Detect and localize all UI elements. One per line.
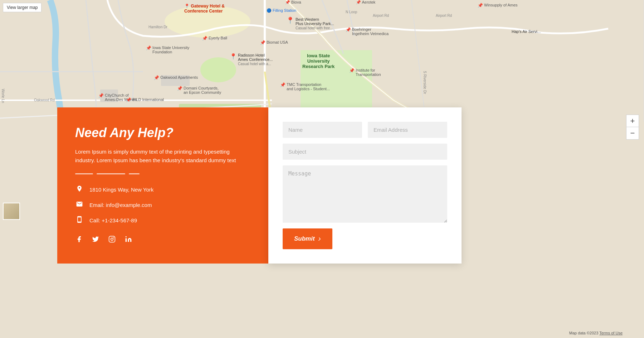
attribution-text: Map data ©2023 [569,331,599,335]
map-attribution: Map data ©2023 Terms of Use [569,331,623,335]
twitter-icon[interactable] [92,236,99,245]
email-icon [75,201,84,209]
svg-rect-16 [109,236,115,242]
domani-pin: 📌 [177,86,182,91]
biova-label: Biova [291,0,301,4]
info-panel-title: Need Any Help? [75,125,250,140]
phone-text: Call: +1-234-567-89 [89,217,137,223]
form-row-name-email [283,122,447,138]
info-panel: Need Any Help? Lorem Ipsum is simply dum… [57,107,268,264]
boehringer-label: BoehringerIngelheim Vetmedica [352,27,389,36]
address-item: 1810 Kings Way, New York [75,185,250,194]
email-text: Email: info@example.com [89,202,152,208]
email-input[interactable] [368,122,447,138]
boehringer-pin: 📌 [346,27,351,32]
submit-label: Submit [294,235,315,242]
city-church-pin: 📌 [98,93,104,98]
aerotek-label: Aerotek [362,0,375,4]
linkedin-icon[interactable] [125,236,132,245]
worle-ln-label: Worle Ln [1,89,5,103]
larger-map-link[interactable]: View larger map [3,3,42,12]
filling-station-pin: 🔵 [267,8,272,13]
bild-pin: 📌 [126,97,131,102]
s-riverside-label: S Riverside Dr [423,71,427,94]
biova-pin: 📌 [285,0,290,4]
iowa-state-foundation-pin: 📌 [146,45,151,50]
aerotek-pin: 📌 [356,0,361,4]
zoom-in-button[interactable]: + [626,115,639,127]
eyerly-ball-pin: 📌 [202,36,208,41]
divider-2 [97,173,125,174]
oakwood-apts-pin: 📌 [154,75,159,80]
form-panel: Submit › [268,107,462,264]
svg-point-18 [113,237,114,238]
name-input[interactable] [283,122,362,138]
info-panel-description: Lorem Ipsum is simply dummy text of the … [75,148,250,165]
terms-of-use-link[interactable]: Terms of Use [599,331,623,335]
facebook-icon[interactable] [75,236,83,245]
divider-lines [75,173,250,174]
zoom-out-button[interactable]: − [626,127,639,139]
gateway-hotel-pin: 📍 [184,4,190,9]
biomat-pin: 📌 [260,40,265,45]
radisson-label: Radisson HotelAmes Conference...Casual h… [238,53,273,66]
best-western-label: Best WesternPlus University Park...Casua… [296,17,334,30]
airport-rd-label-2: Airport Rd [436,14,452,18]
n-loop-label: N Loop [346,10,357,14]
iowa-state-park-label: Iowa StateUniversityResearch Park [302,53,335,69]
divider-3 [129,173,140,174]
radisson-pin: 📍 [230,53,237,60]
winsupply-label: Winsupply of Ames [484,3,518,7]
biomat-label: Biomat USA [267,40,288,44]
haps-air-label: Hap's Air Servi... [512,29,541,34]
gateway-hotel-label: Gateway Hotel &Conference Center [184,4,225,14]
institute-transport-pin: 📌 [349,68,355,73]
social-icons [75,236,250,245]
svg-point-17 [111,238,113,241]
oakwood-apts-label: Oakwood Apartments [160,75,198,79]
zoom-controls: + − [626,115,639,140]
winsupply-pin: 📌 [478,3,483,8]
submit-button[interactable]: Submit › [283,228,332,249]
message-textarea[interactable] [283,165,447,223]
instagram-icon[interactable] [108,236,116,245]
best-western-pin: 📍 [286,17,294,24]
phone-icon [75,216,84,225]
location-icon [75,185,84,194]
domani-label: Domani Courtyards,an Epcon Community [184,86,221,95]
tmc-pin: 📌 [280,82,286,87]
airport-rd-label-1: Airport Rd [373,14,389,18]
filling-station-label: Filling Station [273,8,296,13]
email-item: Email: info@example.com [75,201,250,209]
institute-transport-label: Institute forTransportation [356,68,381,77]
oakwood-rd-label: Oakwood Rd [34,98,55,102]
map-thumbnail [3,203,20,220]
divider-1 [75,173,93,174]
subject-input[interactable] [283,144,447,160]
larger-map-text: View larger map [7,5,38,10]
svg-point-19 [126,236,127,237]
tmc-label: TMC Transportationand Logistics - Studen… [287,82,330,91]
iowa-state-foundation-label: Iowa State UniversityFoundation [152,45,189,54]
hamilton-dr-label: Hamilton Dr [148,25,167,29]
eyerly-ball-label: Eyerly Ball [209,36,227,40]
phone-item: Call: +1-234-567-89 [75,216,250,225]
address-text: 1810 Kings Way, New York [89,187,153,193]
submit-arrow: › [318,234,321,243]
bild-label: BILD International [132,97,164,102]
